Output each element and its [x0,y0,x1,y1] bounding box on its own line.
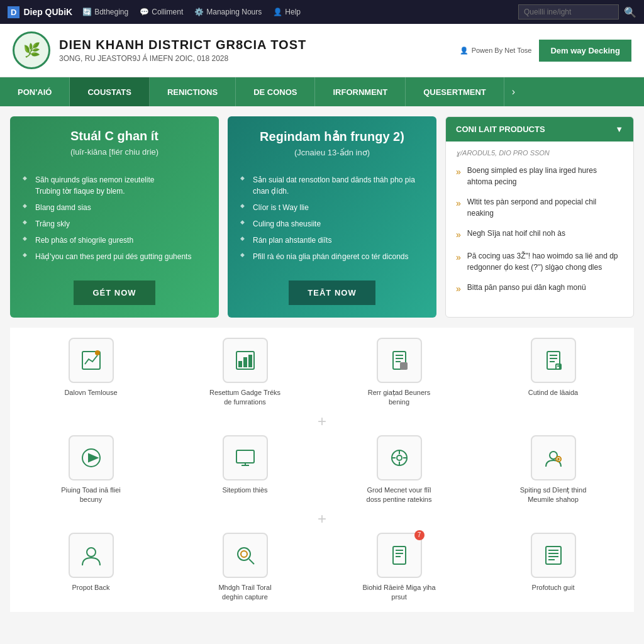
icons-grid-row1: Dalovn Temlouse Resettum Gadge Tréks de … [20,338,624,408]
icon-box-mhdgh [223,533,268,578]
promo-right-feature-4: Rán plan ahstantle diīts [240,232,424,248]
logo-text: Diep QUbiK [23,7,72,17]
icon-label-piuing: Piuing Toad inā fliei becuny [53,486,129,505]
nav-more-button[interactable]: › [504,77,523,106]
promo-right-feature-3: Culing dha sheusiite [240,216,424,232]
logo-box: D [8,6,19,18]
side-panel-item-5: » Bitta pān panso pui dān kagh monü [456,282,623,296]
icon-label-dalovn: Dalovn Temlouse [64,388,117,397]
side-panel-item-2: » Wltit tes pàn serpond and popecial chi… [456,196,623,219]
nav-link-bdtheging[interactable]: 🔄 Bdtheging [82,8,128,16]
header-right: 👤 Powen By Net Tose Dem way Decking [460,40,631,62]
icon-item-piuing[interactable]: Piuing Toad inā fliei becuny [20,435,162,505]
district-logo: 🌿 [13,31,50,69]
icon-label-spiting: Spiting sd Dīenṭ thind Meumile shahop [516,486,591,505]
nav-item-coustats[interactable]: COUSTATS [70,77,150,106]
promo-right-title: Regindam hản frungy 2) [240,129,424,144]
site-header: 🌿 DIEN KHANH DISTRICT GR8CIA TOST 3ONG, … [0,24,644,77]
search-input[interactable] [518,4,619,19]
icon-box-siteptiom [223,435,268,480]
sync-icon: 🔄 [82,8,92,16]
icon-item-siteptiom[interactable]: Siteptiom thiès [174,435,316,505]
nav-link-managing[interactable]: ⚙️ Manaping Nours [194,8,262,16]
svg-rect-5 [249,355,252,367]
icon-label-grod: Grod Mecnet vour flīl doss pentine ratek… [362,486,437,505]
chat-icon: 💬 [140,8,149,16]
promo-left-title: Stuál C ghan ít [23,129,206,143]
icon-badge-biohid: 7 [414,530,425,540]
icon-box-propot [69,533,114,578]
side-panel: CONI LAIT PRODUCTS ▼ ɣ/ARODUL5, DIO PRO … [445,116,634,318]
promo-right-features: Sản suial dat rensotlon band dānds tháh … [240,172,424,265]
promo-left-header: Stuál C ghan ít (luîr-kiāna [fiér chiu d… [23,129,206,165]
icons-grid-row2: Piuing Toad inā fliei becuny Siteptiom t… [20,435,624,505]
promo-left-features: Sãh quirunds glias nemon izeuteliteTrubi… [23,172,206,265]
promo-right-feature-5: Pfill rà éo nia glia phán diṅgeret co té… [240,248,424,265]
logo-emblem-icon: 🌿 [23,42,40,58]
svg-point-32 [87,548,96,557]
nav-item-ponalo[interactable]: PON'AIÓ [0,77,70,106]
promo-left-subtitle: (luîr-kiāna [fiér chiu drie) [23,147,206,157]
top-nav-right: 🔍 [518,4,636,19]
promo-right-feature-2: Clíor is t Way llie [240,199,424,216]
icon-box-rerr [377,338,422,383]
icon-item-spiting[interactable]: Spiting sd Dīenṭ thind Meumile shahop [482,435,624,505]
icon-label-propot: Propot Back [72,583,110,592]
icon-box-biohid: 7 [377,533,422,578]
header-left: 🌿 DIEN KHANH DISTRICT GR8CIA TOST 3ONG, … [13,31,306,69]
nav-item-renictions[interactable]: RENICTIONS [150,77,236,106]
promo-right-subtitle: (Jcnaieu 13-ấdn inơ) [240,148,424,157]
nav-item-irfornment[interactable]: IRFORNMENT [315,77,406,106]
svg-line-34 [249,559,254,564]
top-nav-links: 🔄 Bdtheging 💬 Colliment ⚙️ Manaping Nour… [82,8,508,16]
side-panel-dropdown-icon[interactable]: ▼ [615,125,623,134]
arrow-icon-1: » [456,165,461,179]
icon-label-cutind: Cutind de lāaida [528,388,579,397]
icon-item-cutind[interactable]: Cutind de lāaida [482,338,624,408]
icon-label-mhdgh: Mhdgh Trail Toral deghin capture [208,583,283,602]
icon-item-dalovn[interactable]: Dalovn Temlouse [20,338,162,408]
icon-label-siteptiom: Siteptiom thiès [222,486,267,495]
icon-box-profotuch [531,533,576,578]
get-now-button[interactable]: GÉT NOW [74,280,155,305]
promo-left-feature-2: Blang damd sias [23,199,206,216]
icon-item-biohid[interactable]: 7 Biohid Rāeirě Miga yiha prsut [328,533,470,602]
nav-link-colliment[interactable]: 💬 Colliment [140,8,183,16]
booking-button[interactable]: Dem way Decking [539,40,631,62]
icon-box-spiting [531,435,576,480]
nav-link-help[interactable]: 👤 Help [273,8,301,16]
side-panel-item-4: » Pā cocing uas 3Ž"! hao woimdo sa lié a… [456,250,623,273]
icon-item-rerr[interactable]: Rerr giaṭad Beuners bening [328,338,470,408]
icon-label-resettum: Resettum Gadge Tréks de fumrations [208,388,283,408]
side-panel-item-3: » Negh Sîja nat hoif chil noh às [456,228,623,242]
icons-grid-row3: Propot Back Mhdgh Trail Toral deghin cap… [20,533,624,602]
icon-box-dalovn [69,338,114,383]
svg-rect-19 [236,450,254,463]
svg-rect-40 [546,547,561,564]
promo-right-feature-1: Sản suial dat rensotlon band dānds tháh … [240,172,424,199]
teat-now-button[interactable]: TEĀT NOW [289,280,375,305]
svg-point-33 [238,548,250,560]
icon-item-grod[interactable]: Grod Mecnet vour flīl doss pentine ratek… [328,435,470,505]
side-panel-body: ɣ/ARODUL5, DIO PRO SSON » Boeng simpled … [446,142,633,312]
icon-item-resettum[interactable]: Resettum Gadge Tréks de fumrations [174,338,316,408]
svg-rect-10 [401,363,407,369]
top-navigation: D Diep QUbiK 🔄 Bdtheging 💬 Colliment ⚙️ … [0,0,644,24]
site-logo[interactable]: D Diep QUbiK [8,6,72,18]
page-subtitle: 3ONG, RU JEASTOR9J Á IMEFN 2OIC, 018 202… [59,54,306,63]
main-navigation: PON'AIÓ COUSTATS RENICTIONS DE CONOS IRF… [0,77,644,106]
search-button[interactable]: 🔍 [624,6,636,18]
promo-left-feature-3: Trāng skly [23,216,206,232]
nav-item-quesertment[interactable]: QUESERTMENT [406,77,504,106]
nav-item-deconos[interactable]: DE CONOS [236,77,315,106]
icon-item-profotuch[interactable]: Profotuch guit [482,533,624,602]
header-title-block: DIEN KHANH DISTRICT GR8CIA TOST 3ONG, RU… [59,38,306,63]
person-icon: 👤 [460,47,469,55]
plus-divider-2: + [20,510,624,528]
promo-left-feature-4: Reb phàs of shiogrile guresth [23,232,206,248]
promo-left-feature-1: Sãh quirunds glias nemon izeuteliteTrubi… [23,172,206,199]
icon-label-rerr: Rerr giaṭad Beuners bening [362,388,437,408]
icon-item-mhdgh[interactable]: Mhdgh Trail Toral deghin capture [174,533,316,602]
icon-box-resettum [223,338,268,383]
icon-item-propot[interactable]: Propot Back [20,533,162,602]
